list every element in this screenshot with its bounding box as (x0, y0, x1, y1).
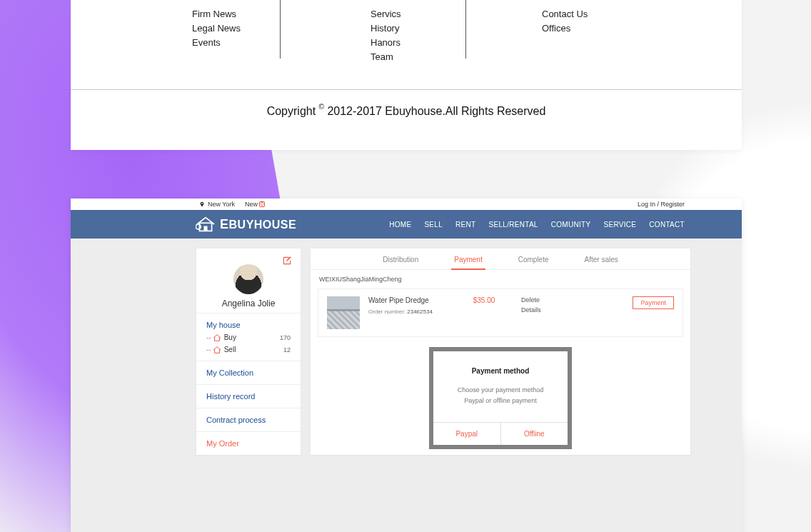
footer-col-3: Contact Us Offices (470, 7, 656, 64)
order-price: $35.00 (455, 296, 513, 304)
modal-offline-button[interactable]: Offline (500, 423, 568, 445)
footer-link[interactable]: Legal News (192, 21, 285, 36)
edit-icon[interactable] (282, 256, 292, 266)
copyright-rest: 2012-2017 Ebuyhouse.All Rights Reserved (327, 105, 545, 117)
footer-col-2: Servics History Hanors Team (285, 7, 470, 64)
order-card: Water Pipe Dredge Order number: 23462534… (318, 288, 683, 337)
order-details-link[interactable]: Details (521, 306, 564, 313)
nav-link-contact[interactable]: CONTACT (649, 221, 685, 229)
footer-link[interactable]: Offices (542, 21, 656, 36)
modal-title: Payment method (443, 367, 558, 375)
copyright-prefix: Copyright (267, 105, 319, 117)
location-pin-icon (199, 201, 205, 207)
house-mini-icon (213, 334, 221, 341)
footer-card: Firm News Legal News Events Servics Hist… (71, 0, 742, 150)
footer-link[interactable]: Events (192, 36, 285, 50)
footer-link[interactable]: Firm News (192, 7, 285, 21)
nav-link-sellrental[interactable]: SELL/RENTAL (488, 221, 538, 229)
tab-distribution[interactable]: Distribution (383, 256, 418, 269)
sidebar: Angelina Jolie My house -- Buy 170 -- Se… (196, 249, 301, 455)
modal-paypal-button[interactable]: Paypal (433, 423, 500, 445)
footer-link[interactable]: Servics (371, 7, 470, 21)
topbar-location[interactable]: New York (208, 201, 235, 208)
sidebar-item-history[interactable]: History record (206, 392, 291, 401)
sidebar-sub-label: Buy (224, 333, 236, 341)
topbar-new-label[interactable]: New (245, 201, 258, 208)
bullet-icon: -- (206, 346, 211, 353)
nav-link-sell[interactable]: SELL (424, 221, 443, 229)
order-delete-link[interactable]: Delete (521, 296, 564, 303)
payment-button[interactable]: Payment (633, 296, 674, 309)
tab-after-sales[interactable]: After sales (585, 256, 618, 269)
house-logo-icon (196, 216, 216, 233)
order-section-label: WEIXIUShangJiaMingCheng (311, 270, 690, 288)
footer-link[interactable]: Team (371, 50, 470, 64)
order-number: 23462534 (407, 308, 433, 315)
bullet-icon: -- (206, 333, 211, 341)
nav-link-rent[interactable]: RENT (455, 221, 475, 229)
tab-payment[interactable]: Payment (454, 256, 482, 269)
sidebar-item-contract[interactable]: Contract process (206, 416, 291, 424)
sidebar-sub-sell[interactable]: -- Sell 12 (206, 346, 291, 353)
logo[interactable]: EBUYHOUSE (196, 216, 296, 233)
sidebar-sub-label: Sell (224, 346, 236, 353)
nav-link-service[interactable]: SERVICE (603, 221, 636, 229)
sidebar-item-order[interactable]: My Order (206, 439, 291, 448)
new-badge-icon (259, 201, 265, 207)
sidebar-sub-count: 170 (280, 334, 291, 341)
footer-col-1: Firm News Legal News Events (71, 7, 285, 64)
logo-text: EBUYHOUSE (220, 217, 296, 232)
payment-method-modal: Payment method Choose your payment metho… (429, 347, 572, 449)
copyright: Copyright © 2012-2017 Ebuyhouse.All Righ… (71, 90, 742, 132)
footer-link[interactable]: Hanors (371, 36, 470, 50)
house-mini-icon (213, 346, 221, 353)
modal-message-line: Choose your payment method (443, 385, 558, 396)
nav-link-home[interactable]: HOME (389, 221, 411, 229)
modal-message-line: Paypal or offline payment (443, 396, 558, 406)
sidebar-sub-count: 12 (283, 346, 291, 353)
user-name: Angelina Jolie (196, 298, 301, 308)
tab-complete[interactable]: Complete (518, 256, 549, 269)
svg-rect-1 (203, 226, 207, 231)
copyright-symbol: © (319, 103, 324, 111)
order-title: Water Pipe Dredge (368, 296, 447, 304)
login-register-link[interactable]: Log In / Register (638, 201, 685, 208)
nav-link-community[interactable]: COMUNITY (551, 221, 591, 229)
topbar: New York New Log In / Register (71, 199, 742, 210)
footer-link[interactable]: Contact Us (542, 7, 656, 21)
navbar: EBUYHOUSE HOME SELL RENT SELL/RENTAL COM… (71, 210, 742, 239)
sidebar-item-collection[interactable]: My Collection (206, 368, 291, 377)
main-panel: Distribution Payment Complete After sale… (311, 249, 690, 455)
footer-link[interactable]: History (371, 21, 470, 36)
order-thumbnail[interactable] (327, 296, 360, 329)
sidebar-item-my-house[interactable]: My house (206, 321, 291, 329)
sidebar-sub-buy[interactable]: -- Buy 170 (206, 333, 291, 341)
app-card: New York New Log In / Register EBUYHOUSE… (71, 199, 742, 532)
avatar[interactable] (233, 264, 263, 294)
order-number-label: Order number: (368, 308, 406, 315)
